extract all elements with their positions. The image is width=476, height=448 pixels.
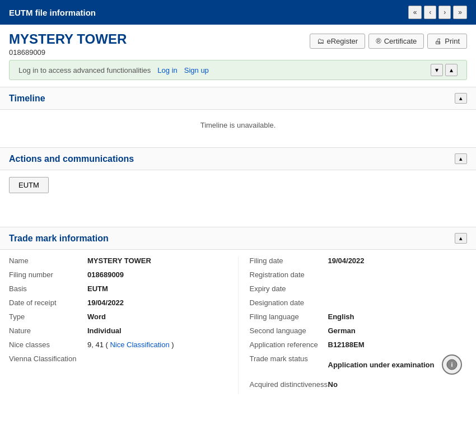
trademark-content: Name MYSTERY TOWER Filing number 0186890… [0,250,476,401]
login-bar-left: Log in to access advanced functionalitie… [18,66,209,74]
login-message: Log in to access advanced functionalitie… [18,66,151,74]
tm-row-nice-classes: Nice classes 9, 41 ( Nice Classification… [9,340,227,349]
actions-section-header: Actions and communications ▴ [0,147,476,170]
actions-content: EUTM [0,170,476,204]
login-bar-right: ▾ ▴ [431,64,458,76]
title-buttons: 🗂 eRegister ® Certificate 🖨 Print [310,34,468,49]
tm-label-filing-language: Filing language [250,312,328,321]
tm-label-name: Name [9,256,87,265]
registration-number: 018689009 [9,48,127,57]
page-title: EUTM file information [9,8,96,17]
timeline-message: Timeline is unavailable. [200,121,276,129]
trademark-section-title: Trade mark information [9,234,109,244]
print-button[interactable]: 🖨 Print [427,34,467,49]
signup-link[interactable]: Sign up [184,66,209,74]
print-icon: 🖨 [435,37,442,45]
trademark-left-column: Name MYSTERY TOWER Filing number 0186890… [9,256,238,394]
timeline-section-title: Timeline [9,94,45,104]
eutm-tag-button[interactable]: EUTM [9,177,49,193]
svg-text:i: i [451,361,453,368]
tm-label-registration-date: Registration date [250,270,328,279]
timeline-content: Timeline is unavailable. [0,110,476,141]
status-icon: i [442,354,462,375]
tm-value-app-reference: B12188EM [328,340,365,349]
certificate-button[interactable]: ® Certificate [368,34,424,49]
tm-value-date-receipt: 19/04/2022 [87,298,124,307]
tm-row-type: Type Word [9,312,227,321]
tm-row-status: Trade mark status Application under exam… [250,354,468,375]
tm-row-nature: Nature Individual [9,326,227,335]
tm-label-nice-classes: Nice classes [9,340,87,349]
actions-section-title: Actions and communications [9,154,134,164]
tm-label-type: Type [9,312,87,321]
nav-next-button[interactable]: › [438,6,451,19]
tm-label-designation-date: Designation date [250,298,328,307]
certificate-icon: ® [376,37,381,45]
tm-label-filing-number: Filing number [9,270,87,279]
tm-row-basis: Basis EUTM [9,284,227,293]
timeline-collapse-button[interactable]: ▴ [455,93,467,104]
folder-icon: 🗂 [317,37,324,45]
tm-label-second-language: Second language [250,326,328,335]
trademark-title: MYSTERY TOWER [9,31,127,47]
tm-row-second-language: Second language German [250,326,468,335]
tm-label-app-reference: Application reference [250,340,328,349]
tm-row-designation-date: Designation date [250,298,468,307]
tm-value-status: Application under examination i [328,354,463,375]
tm-label-expiry-date: Expiry date [250,284,328,293]
tm-label-nature: Nature [9,326,87,335]
tm-value-filing-language: English [328,312,354,321]
header-bar: EUTM file information « ‹ › » [0,0,476,25]
nice-classification-link[interactable]: Nice Classification [110,340,169,349]
nav-prev-button[interactable]: ‹ [424,6,436,19]
trademark-section-header: Trade mark information ▴ [0,227,476,250]
tm-label-filing-date: Filing date [250,256,328,265]
actions-collapse-button[interactable]: ▴ [455,153,467,164]
tm-row-filing-language: Filing language English [250,312,468,321]
tm-row-expiry-date: Expiry date [250,284,468,293]
login-link[interactable]: Log in [157,66,177,74]
tm-value-second-language: German [328,326,356,335]
trademark-right-column: Filing date 19/04/2022 Registration date… [238,256,468,394]
tm-row-acquired: Acquired distinctiveness No [250,380,468,389]
tm-row-filing-number: Filing number 018689009 [9,270,227,279]
eregister-button[interactable]: 🗂 eRegister [310,34,366,49]
login-bar: Log in to access advanced functionalitie… [9,60,467,80]
tm-value-type: Word [87,312,106,321]
tm-value-filing-number: 018689009 [87,270,124,279]
actions-section: Actions and communications ▴ EUTM [0,147,476,204]
title-left: MYSTERY TOWER 018689009 [9,31,127,57]
tm-value-name: MYSTERY TOWER [87,256,151,265]
collapse-down-button[interactable]: ▾ [431,64,443,76]
tm-row-vienna: Vienna Classification [9,354,227,363]
nav-last-button[interactable]: » [453,6,467,19]
tm-value-basis: EUTM [87,284,108,293]
title-area: MYSTERY TOWER 018689009 🗂 eRegister ® Ce… [0,25,476,60]
nav-first-button[interactable]: « [408,6,422,19]
tm-value-nature: Individual [87,326,122,335]
tm-label-acquired: Acquired distinctiveness [250,380,328,389]
tm-label-vienna: Vienna Classification [9,354,87,363]
timeline-section-header: Timeline ▴ [0,87,476,110]
tm-value-nice-classes: 9, 41 ( Nice Classification ) [87,340,174,349]
navigation-arrows: « ‹ › » [408,6,467,19]
trademark-section: Trade mark information ▴ Name MYSTERY TO… [0,227,476,401]
tm-value-filing-date: 19/04/2022 [328,256,365,265]
timeline-section: Timeline ▴ Timeline is unavailable. [0,87,476,141]
tm-row-registration-date: Registration date [250,270,468,279]
tm-row-filing-date: Filing date 19/04/2022 [250,256,468,265]
tm-label-basis: Basis [9,284,87,293]
trademark-collapse-button[interactable]: ▴ [455,233,467,244]
tm-row-name: Name MYSTERY TOWER [9,256,227,265]
tm-row-date-receipt: Date of receipt 19/04/2022 [9,298,227,307]
tm-label-date-receipt: Date of receipt [9,298,87,307]
tm-label-status: Trade mark status [250,354,328,363]
tm-row-app-reference: Application reference B12188EM [250,340,468,349]
tm-value-acquired: No [328,380,338,389]
collapse-up-button[interactable]: ▴ [445,64,458,76]
